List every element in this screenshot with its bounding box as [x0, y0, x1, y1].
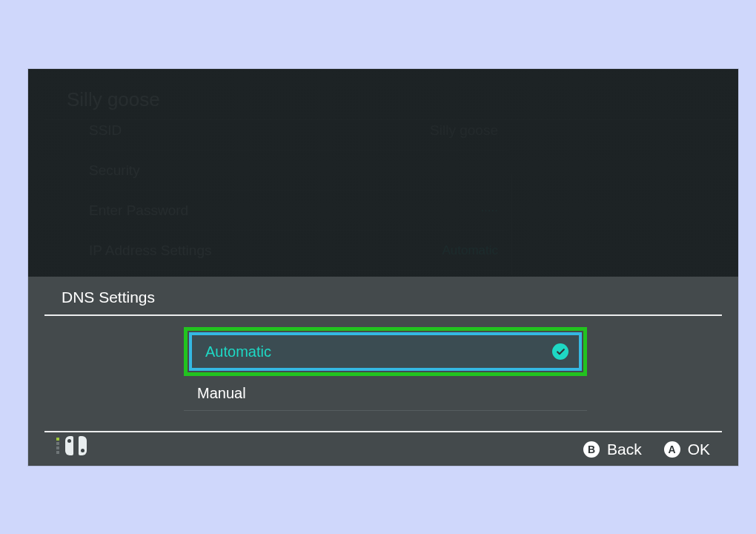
settings-window: Silly goose SSID Silly goose Security En… [28, 69, 738, 466]
option-automatic[interactable]: Automatic [189, 332, 582, 371]
button-hints: B Back A OK [583, 441, 710, 458]
hint-label: OK [688, 441, 710, 458]
dns-settings-modal: DNS Settings Automatic Manual [28, 277, 738, 466]
b-button-icon: B [583, 441, 600, 458]
row-ip-settings[interactable]: IP Address Settings Automatic [86, 231, 508, 271]
options-list: Automatic Manual [184, 327, 587, 411]
row-label: IP Address Settings [89, 243, 211, 259]
row-label: SSID [89, 122, 122, 139]
row-password[interactable]: Enter Password ····· [86, 191, 508, 231]
row-value: Automatic [442, 243, 498, 258]
hint-label: Back [607, 441, 642, 458]
divider [44, 431, 722, 432]
page-title: Silly goose [67, 88, 160, 111]
annotation-highlight: Automatic [184, 327, 587, 376]
option-manual[interactable]: Manual [184, 376, 587, 411]
back-button[interactable]: B Back [583, 441, 642, 458]
a-button-icon: A [664, 441, 680, 458]
player-pips [56, 436, 59, 455]
row-value: Silly goose [430, 122, 498, 139]
row-security[interactable]: Security [86, 151, 508, 191]
row-label: Security [89, 162, 140, 179]
row-ssid[interactable]: SSID Silly goose [86, 111, 508, 151]
option-label: Manual [197, 385, 246, 402]
joycon-left-icon [65, 436, 73, 455]
modal-title: DNS Settings [62, 289, 155, 306]
option-label: Automatic [205, 343, 271, 360]
ok-button[interactable]: A OK [664, 441, 710, 458]
row-value: ····· [480, 203, 498, 218]
joycon-right-icon [79, 436, 87, 455]
controller-icon [56, 436, 97, 458]
row-label: Enter Password [89, 202, 188, 219]
divider-vertical [511, 174, 512, 275]
divider [44, 314, 722, 316]
checkmark-icon [552, 343, 568, 360]
